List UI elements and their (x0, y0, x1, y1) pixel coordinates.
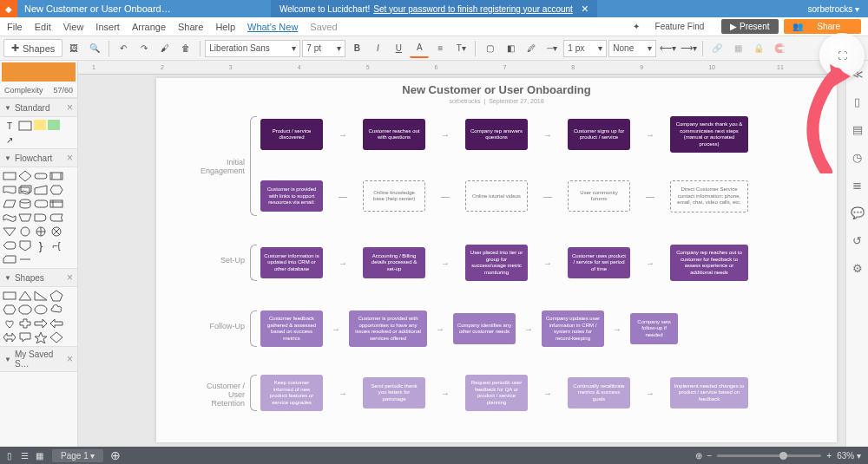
text-color-icon[interactable]: A (410, 39, 429, 58)
line-shape[interactable] (18, 253, 32, 265)
canvas[interactable]: 1234567891011 New Customer or User Onboa… (78, 61, 845, 447)
search-icon[interactable]: 🔍 (85, 39, 104, 58)
zoom-in-icon[interactable]: + (826, 451, 832, 461)
line-width-select[interactable]: 1 px▾ (563, 40, 607, 57)
predefined-shape[interactable] (49, 170, 63, 182)
flow-box[interactable]: Customer is provided with links to suppo… (260, 180, 323, 212)
display-shape[interactable] (3, 239, 16, 252)
history-icon[interactable]: ↺ (850, 232, 865, 248)
slideshow-icon[interactable]: ▤ (850, 121, 865, 137)
section-shapes[interactable]: ▼Shapes× (0, 268, 77, 287)
line-tool[interactable]: ↗ (3, 134, 16, 146)
diamond-shape[interactable] (49, 331, 63, 343)
offpage-shape[interactable] (18, 239, 32, 252)
close-icon[interactable]: × (67, 353, 73, 365)
flow-box[interactable]: Company rep reaches out to customer for … (670, 245, 748, 281)
flow-box[interactable]: Online tutorial videos (465, 180, 528, 212)
cross-shape[interactable] (18, 317, 32, 330)
section-standard[interactable]: ▼Standard× (0, 98, 77, 117)
or-shape[interactable] (34, 225, 48, 238)
flow-box[interactable]: Direct Customer Service contact informat… (670, 180, 748, 212)
process-shape[interactable] (3, 170, 16, 182)
note-shape[interactable]: ⌐{ (49, 239, 63, 252)
flow-box[interactable]: Accounting / Billing details processed &… (363, 247, 425, 278)
brace-shape[interactable]: } (34, 239, 48, 252)
grid-view-icon[interactable]: ▦ (36, 451, 43, 461)
arrow-start-icon[interactable]: ⟵▾ (658, 39, 677, 58)
shapes-button[interactable]: ✚Shapes (3, 39, 62, 57)
delete-icon[interactable]: 🗑 (176, 39, 195, 58)
page-selector[interactable]: Page 1 ▾ (52, 449, 103, 462)
flow-box[interactable]: Company sends thank you & communicates n… (670, 116, 748, 153)
manual-op-shape[interactable] (18, 212, 32, 224)
menu-file[interactable]: File (7, 22, 23, 32)
flow-box[interactable]: Customer information is updated into CRM… (260, 247, 323, 278)
doc-icon[interactable]: ▯ (7, 451, 12, 461)
preparation-shape[interactable] (49, 184, 63, 196)
manual-input-shape[interactable] (34, 184, 48, 196)
document-shape[interactable] (3, 184, 16, 196)
database-shape[interactable] (18, 198, 32, 210)
star-shape[interactable] (34, 331, 48, 343)
arrow-end-icon[interactable]: ⟶▾ (679, 39, 698, 58)
right-triangle-shape[interactable] (34, 290, 48, 302)
comment-icon[interactable]: 💬 (850, 205, 865, 220)
menu-edit[interactable]: Edit (35, 22, 51, 32)
flow-box[interactable]: Company rep answers questions (465, 119, 528, 150)
arrow-left-shape[interactable] (49, 317, 63, 330)
internal-storage-shape[interactable] (49, 198, 63, 210)
hotspot-shape[interactable] (48, 120, 60, 130)
metrics-icon[interactable]: ≣ (850, 177, 865, 193)
flow-box[interactable]: User placed into tier or group for succe… (465, 245, 528, 281)
zoom-out-icon[interactable]: − (707, 451, 713, 461)
paint-format-icon[interactable]: 🖌 (155, 39, 174, 58)
image-icon[interactable]: 🖼 (64, 39, 83, 58)
text-tool[interactable]: T (3, 120, 16, 132)
terminator-shape[interactable] (34, 170, 48, 182)
decision-shape[interactable] (18, 170, 32, 182)
arrow-right-shape[interactable] (34, 317, 48, 330)
zoom-value[interactable]: 63% ▾ (837, 451, 861, 461)
flow-box[interactable]: Keep customer informed of new product fe… (260, 375, 323, 411)
rectangle-shape[interactable] (3, 290, 16, 302)
redo-icon[interactable]: ↷ (135, 39, 154, 58)
font-select[interactable]: Liberation Sans▾ (205, 40, 300, 57)
notification-link[interactable]: Set your password to finish registering … (373, 4, 573, 14)
document-title[interactable]: New Customer or User Onboard… (24, 3, 171, 14)
user-menu[interactable]: sorbetrocks ▾ (808, 4, 859, 14)
menu-share[interactable]: Share (178, 22, 203, 32)
undo-icon[interactable]: ↶ (114, 39, 133, 58)
line-type-icon[interactable]: ─▾ (542, 39, 562, 58)
flow-box[interactable]: Customer uses product / service for set … (568, 247, 630, 278)
papertape-shape[interactable] (3, 212, 16, 224)
magnet-icon[interactable]: 🧲 (770, 39, 789, 58)
ellipse-shape[interactable] (34, 304, 48, 316)
line-color-icon[interactable]: 🖉 (522, 39, 541, 58)
line-style-select[interactable]: None▾ (608, 40, 656, 57)
flow-box[interactable]: Company identifies any other customer ne… (453, 313, 516, 344)
pentagon-shape[interactable] (49, 290, 63, 302)
text-options-icon[interactable]: T▾ (451, 39, 470, 58)
flow-box[interactable]: Implement needed changes to product / se… (670, 377, 748, 408)
menu-view[interactable]: View (63, 22, 84, 32)
callout-shape[interactable] (18, 331, 32, 343)
flow-box[interactable]: Customer feedback gathered & assessed ba… (260, 310, 323, 347)
menu-whatsnew[interactable]: What's New (247, 22, 298, 32)
card-shape[interactable] (3, 253, 16, 265)
hexagon-shape[interactable] (3, 304, 16, 316)
section-flowchart[interactable]: ▼Flowchart× (0, 148, 77, 167)
flow-box[interactable]: Company updates user information in CRM … (542, 310, 604, 347)
stored-data-shape[interactable] (49, 212, 63, 224)
clock-icon[interactable]: ◷ (850, 149, 865, 165)
delay-shape[interactable] (34, 212, 48, 224)
direct-data-shape[interactable] (34, 198, 48, 210)
flow-box[interactable]: Continually recalibrate metrics & succes… (568, 377, 630, 408)
present-button[interactable]: ▶ Present (721, 19, 778, 34)
underline-icon[interactable]: U (389, 39, 408, 58)
flow-box[interactable]: Product / service discovered (260, 119, 323, 150)
close-icon[interactable]: × (67, 152, 73, 164)
section-saved[interactable]: ▼My Saved S…× (0, 346, 77, 372)
multidoc-shape[interactable] (18, 184, 32, 196)
octagon-shape[interactable] (18, 304, 32, 316)
merge-shape[interactable] (3, 225, 16, 238)
